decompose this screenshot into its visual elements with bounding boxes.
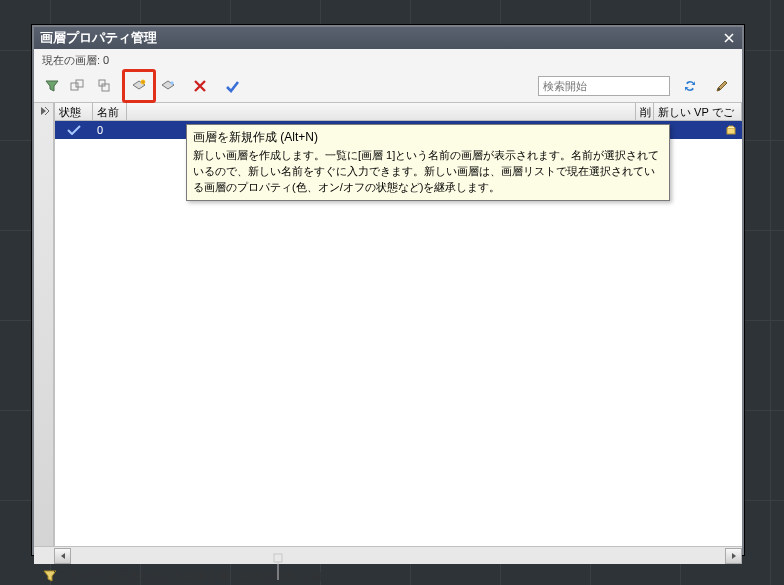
layer-properties-panel: 画層プロパティ管理 現在の画層: 0: [32, 25, 744, 555]
scroll-right-button[interactable]: [725, 548, 742, 564]
column-state[interactable]: 状態: [55, 103, 93, 120]
footer-status-text: すべて: 表示されている画層 1 個、画層の総数: 1 個: [68, 569, 322, 584]
delete-layer-button[interactable]: [188, 74, 212, 98]
tooltip: 画層を新規作成 (Alt+N) 新しい画層を作成します。一覧に[画層 1]という…: [186, 124, 670, 201]
filter-button[interactable]: [40, 74, 64, 98]
column-spacer: [127, 103, 636, 120]
column-delete[interactable]: 削: [636, 103, 654, 120]
new-layer-frozen-button[interactable]: [156, 74, 180, 98]
set-current-button[interactable]: [220, 74, 244, 98]
window-title: 画層プロパティ管理: [40, 29, 157, 47]
titlebar: 画層プロパティ管理: [34, 27, 742, 49]
toolbar: [34, 70, 742, 102]
svg-point-5: [718, 88, 720, 90]
scroll-left-button[interactable]: [54, 548, 71, 564]
layer-states-manager-button[interactable]: [92, 74, 116, 98]
current-layer-check-icon: [55, 125, 93, 135]
grid-header: 状態 名前 削 新しい VP でご: [55, 103, 742, 121]
new-layer-button[interactable]: [127, 74, 151, 98]
close-icon[interactable]: [722, 31, 736, 45]
layer-states-button[interactable]: [66, 74, 90, 98]
new-layer-button-highlight: [122, 69, 156, 103]
column-name[interactable]: 名前: [93, 103, 127, 120]
footer-filter-icon[interactable]: [40, 566, 60, 585]
column-new-vp[interactable]: 新しい VP でご: [654, 103, 742, 120]
svg-rect-6: [727, 128, 735, 134]
settings-button[interactable]: [710, 74, 734, 98]
search-input[interactable]: [538, 76, 670, 96]
collapse-strip[interactable]: [34, 103, 54, 546]
current-layer-label: 現在の画層: 0: [34, 49, 742, 70]
tooltip-body: 新しい画層を作成します。一覧に[画層 1]という名前の画層が表示されます。名前が…: [193, 148, 663, 196]
horizontal-scrollbar[interactable]: [34, 546, 742, 564]
tooltip-title: 画層を新規作成 (Alt+N): [193, 129, 663, 146]
refresh-button[interactable]: [678, 74, 702, 98]
layer-name-cell[interactable]: 0: [93, 124, 127, 136]
status-footer: すべて: 表示されている画層 1 個、画層の総数: 1 個: [34, 564, 742, 585]
